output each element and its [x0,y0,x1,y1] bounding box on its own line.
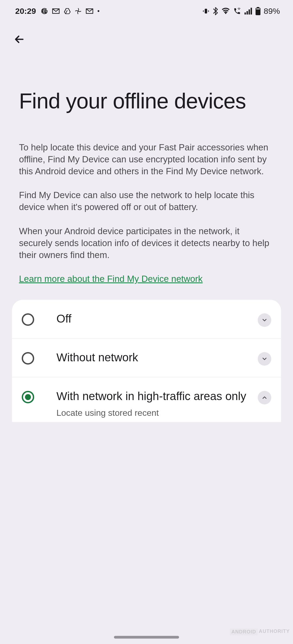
option-off-text: Off [56,311,258,326]
expand-without-network-button[interactable] [258,352,271,366]
watermark-part1: ANDROID [230,629,258,635]
option-high-traffic[interactable]: With network in high-traffic areas only … [12,377,281,422]
arrow-left-icon [13,33,26,46]
svg-rect-1 [244,12,246,15]
radio-high-traffic[interactable] [22,391,34,403]
status-bar: 20:29 • [0,0,293,19]
gmail-icon-2 [85,8,94,14]
watermark-part2: AUTHORITY [259,629,290,635]
header [0,19,293,47]
gmail-icon [52,8,60,14]
option-high-traffic-text: With network in high-traffic areas only … [56,389,258,419]
svg-rect-4 [251,8,252,15]
option-high-traffic-sub: Locate using stored recent [56,407,258,419]
drive-icon [64,8,71,14]
google-icon [41,8,48,15]
svg-rect-0 [205,9,207,13]
learn-more-link[interactable]: Learn more about the Find My Device netw… [19,274,203,284]
status-left: 20:29 • [15,7,100,16]
option-without-network-label: Without network [56,350,258,365]
options-card: Off Without network With network in high… [12,300,281,422]
bluetooth-icon [213,7,218,15]
vibrate-icon [202,8,209,15]
option-without-network[interactable]: Without network [12,339,281,377]
battery-icon [256,7,260,15]
chevron-up-icon [261,394,268,401]
photos-icon [75,8,82,15]
collapse-high-traffic-button[interactable] [258,391,271,404]
chevron-down-icon [261,317,268,323]
gesture-handle[interactable] [114,636,179,639]
watermark: ANDROID AUTHORITY [230,629,290,635]
svg-rect-3 [249,9,250,15]
option-off[interactable]: Off [12,300,281,339]
battery-percent: 89% [264,7,280,16]
svg-rect-7 [256,8,260,9]
radio-off[interactable] [22,313,34,326]
back-button[interactable] [13,33,26,46]
description-paragraph-2: Find My Device can also use the network … [19,189,274,213]
svg-rect-2 [247,11,248,15]
wifi-calling-icon [233,7,241,15]
option-without-network-text: Without network [56,350,258,365]
cell-signal-icon [244,8,252,15]
status-right: 89% [202,7,280,16]
svg-rect-6 [257,7,259,8]
page-title: Find your offline devices [0,47,293,114]
option-off-label: Off [56,311,258,326]
description-paragraph-1: To help locate this device and your Fast… [19,141,274,178]
wifi-icon [221,8,230,15]
expand-off-button[interactable] [258,313,271,327]
radio-without-network[interactable] [22,352,34,365]
page-description: To help locate this device and your Fast… [0,114,293,285]
option-high-traffic-label: With network in high-traffic areas only [56,389,258,404]
description-paragraph-3: When your Android device participates in… [19,225,274,261]
chevron-down-icon [261,356,268,362]
more-notifications-icon: • [97,7,100,15]
status-time: 20:29 [15,7,36,16]
